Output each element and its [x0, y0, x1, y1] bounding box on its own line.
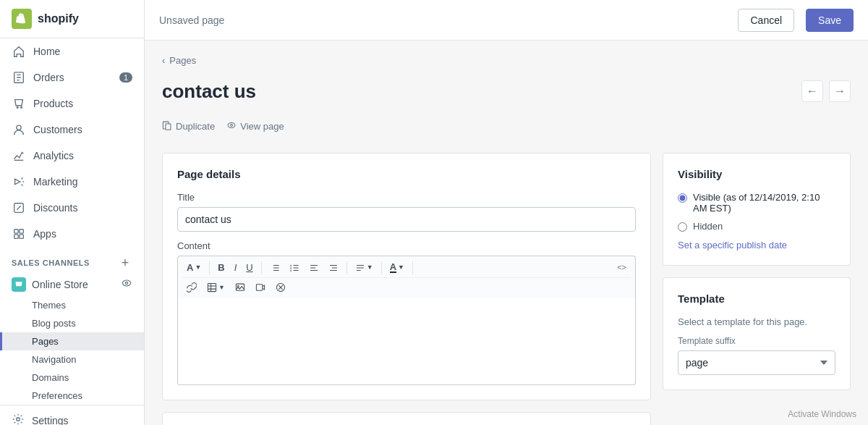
title-field: Title — [177, 192, 636, 232]
text-color-button[interactable]: A ▼ — [386, 259, 409, 276]
view-page-button[interactable]: View page — [226, 120, 284, 132]
online-store-item[interactable]: Online Store — [0, 273, 144, 296]
hidden-radio[interactable] — [678, 222, 687, 232]
save-button[interactable]: Save — [806, 9, 854, 32]
page-header-row: contact us ← → — [162, 80, 851, 103]
sub-nav-blog-posts[interactable]: Blog posts — [0, 314, 144, 332]
svg-point-11 — [17, 418, 20, 421]
font-size-button[interactable]: A ▼ — [182, 260, 205, 275]
dropdown-arrow: ▼ — [195, 264, 201, 271]
svg-point-9 — [122, 280, 130, 286]
clear-format-button[interactable] — [271, 279, 290, 295]
hidden-option: Hidden — [678, 221, 835, 232]
title-input[interactable] — [177, 207, 636, 232]
sales-channels-header: SALES CHANNELS + — [0, 247, 144, 273]
template-card-title: Template — [678, 293, 835, 305]
outdent-button[interactable] — [324, 260, 343, 276]
bold-button[interactable]: B — [213, 260, 229, 275]
image-button[interactable] — [231, 279, 250, 295]
table-button[interactable]: ▼ — [203, 279, 229, 295]
sidebar-item-marketing[interactable]: Marketing — [0, 169, 144, 195]
eye-view-icon — [226, 120, 237, 132]
unordered-list-button[interactable] — [265, 260, 284, 276]
sales-channels-label: SALES CHANNELS — [12, 258, 90, 267]
underline-button[interactable]: U — [242, 260, 257, 275]
align-button[interactable]: ▼ — [351, 260, 378, 276]
italic-button[interactable]: I — [230, 260, 242, 275]
breadcrumb-pages-link[interactable]: Pages — [169, 55, 196, 66]
main-content: Unsaved page Cancel Save ‹ Pages contact… — [145, 0, 868, 425]
sidebar-item-apps[interactable]: Apps — [0, 221, 144, 247]
header-nav-buttons: ← → — [801, 80, 851, 102]
blog-posts-label: Blog posts — [32, 318, 76, 329]
analytics-icon — [12, 148, 26, 163]
visible-option: Visible (as of 12/14/2019, 2:10 AM EST) — [678, 192, 835, 214]
visible-label: Visible (as of 12/14/2019, 2:10 AM EST) — [693, 192, 835, 214]
sidebar-item-label: Apps — [33, 228, 56, 240]
svg-point-13 — [228, 123, 235, 128]
toolbar-row-2: ▼ — [182, 277, 631, 295]
visibility-card-title: Visibility — [678, 168, 835, 180]
indent-button[interactable] — [305, 260, 323, 276]
align-group: ▼ — [351, 260, 378, 276]
sub-nav-navigation[interactable]: Navigation — [0, 350, 144, 369]
view-page-label: View page — [240, 121, 284, 132]
page-status: Unsaved page — [159, 14, 726, 26]
sidebar-item-label: Analytics — [33, 150, 74, 161]
video-button[interactable] — [251, 279, 270, 295]
cancel-button[interactable]: Cancel — [738, 9, 794, 32]
sidebar-item-products[interactable]: Products — [0, 91, 144, 117]
sidebar-item-customers[interactable]: Customers — [0, 117, 144, 143]
arrow-right-icon: → — [834, 85, 846, 98]
settings-item[interactable]: Settings — [0, 405, 144, 425]
svg-point-14 — [231, 125, 233, 127]
duplicate-button[interactable]: Duplicate — [162, 120, 215, 132]
sidebar-item-analytics[interactable]: Analytics — [0, 143, 144, 169]
svg-rect-7 — [14, 235, 18, 238]
topbar: Unsaved page Cancel Save — [145, 0, 868, 41]
eye-icon[interactable] — [121, 277, 132, 292]
logo-area[interactable]: shopify — [0, 0, 144, 38]
sidebar: shopify Home Orders 1 — [0, 0, 145, 425]
sub-nav-themes[interactable]: Themes — [0, 296, 144, 314]
svg-point-2 — [21, 107, 22, 109]
content-editor[interactable] — [177, 298, 636, 385]
arrow-left-icon: ← — [807, 85, 818, 98]
link-button[interactable] — [182, 279, 201, 295]
template-card: Template Select a template for this page… — [663, 277, 851, 390]
content-label: Content — [177, 240, 636, 251]
sidebar-item-discounts[interactable]: Discounts — [0, 195, 144, 221]
publish-date-link[interactable]: Set a specific publish date — [678, 240, 787, 251]
next-page-button[interactable]: → — [829, 80, 851, 102]
sidebar-item-label: Products — [33, 98, 73, 109]
add-channel-button[interactable]: + — [118, 256, 132, 270]
svg-point-17 — [237, 286, 239, 287]
sidebar-item-label: Home — [33, 46, 60, 57]
sidebar-item-label: Customers — [33, 124, 82, 135]
font-group: A ▼ — [182, 260, 205, 275]
home-icon — [12, 44, 26, 59]
sidebar-item-home[interactable]: Home — [0, 38, 144, 64]
prev-page-button[interactable]: ← — [801, 80, 823, 102]
customers-icon — [12, 122, 26, 137]
sub-nav-preferences[interactable]: Preferences — [0, 387, 144, 405]
sidebar-item-orders[interactable]: Orders 1 — [0, 64, 144, 91]
ordered-list-button[interactable] — [285, 260, 304, 276]
sub-nav-domains[interactable]: Domains — [0, 369, 144, 387]
orders-badge: 1 — [119, 72, 132, 83]
source-button[interactable]: <> — [613, 261, 631, 274]
logo-text: shopify — [38, 12, 79, 25]
online-store-sub-nav: Themes Blog posts Pages Navigation Domai… — [0, 296, 144, 405]
duplicate-icon — [162, 120, 172, 132]
toolbar-separator-2 — [261, 261, 262, 274]
chevron-left-icon: ‹ — [162, 55, 165, 66]
template-suffix-select[interactable]: page contact faq about — [678, 350, 835, 375]
apps-icon — [12, 227, 26, 241]
page-actions: Duplicate View page — [162, 120, 851, 132]
hidden-label: Hidden — [693, 221, 723, 232]
sub-nav-pages[interactable]: Pages — [0, 332, 144, 350]
discounts-icon — [12, 201, 26, 215]
editor-toolbar: A ▼ B I U — [177, 256, 636, 298]
visible-radio[interactable] — [678, 193, 687, 203]
svg-rect-12 — [166, 124, 171, 130]
